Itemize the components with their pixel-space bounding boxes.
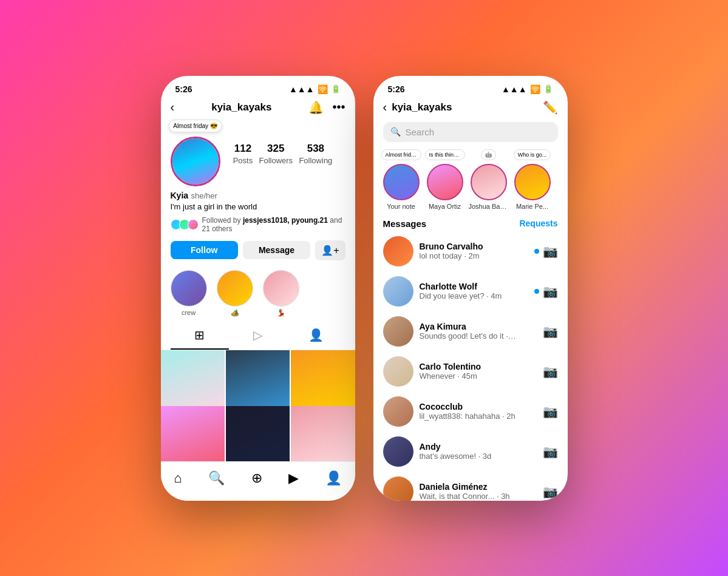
camera-icon-carlo[interactable]: 📷 [543, 364, 558, 379]
conversation-aya[interactable]: Aya Kimura Sounds good! Let's do it · 45… [373, 311, 568, 351]
post-1[interactable] [161, 350, 225, 414]
post-4[interactable] [161, 406, 225, 461]
camera-icon-daniela[interactable]: 📷 [543, 484, 558, 499]
search-input[interactable]: Search [406, 127, 551, 137]
maya-label: Maya Ortiz [429, 203, 461, 210]
conversation-charlotte[interactable]: Charlotte Wolf Did you leave yet? · 4m 📷 [373, 271, 568, 311]
msg-actions-bruno: 📷 [534, 244, 558, 259]
wifi-icon: 🛜 [318, 84, 328, 94]
marie-circle [514, 164, 551, 200]
msg-content-andy: Andy that's awesome! · 3d [420, 442, 537, 461]
post-6[interactable] [291, 406, 355, 461]
nav-profile[interactable]: 👤 [321, 468, 347, 489]
profile-header-icons: 🔔 ••• [308, 100, 345, 115]
highlight-camp[interactable]: 🏕️ [217, 270, 253, 317]
add-person-button[interactable]: 👤+ [315, 240, 345, 260]
highlight-circle-3 [263, 270, 299, 307]
requests-link[interactable]: Requests [519, 219, 557, 228]
msg-actions-andy: 📷 [543, 444, 558, 459]
tab-grid[interactable]: ⊞ [171, 322, 229, 350]
status-icons-messages: ▲▲▲ 🛜 🔋 [502, 84, 553, 94]
nav-plus[interactable]: ⊕ [247, 468, 267, 489]
avatar-wrapper: Almost friday 😎 [171, 137, 220, 186]
note-text: Almost friday 😎 [173, 123, 217, 129]
camera-icon-andy[interactable]: 📷 [543, 444, 558, 459]
followed-by: Followed by jessjess1018, pyoung.21 and … [161, 214, 355, 235]
msg-actions-cococclub: 📷 [543, 404, 558, 419]
camera-icon-aya[interactable]: 📷 [543, 324, 558, 339]
following-stat[interactable]: 538 Following [299, 143, 332, 166]
status-icons-profile: ▲▲▲ 🛜 🔋 [289, 84, 341, 94]
maya-circle [427, 164, 463, 200]
search-icon: 🔍 [390, 127, 401, 137]
posts-label: Posts [233, 156, 253, 165]
conversation-bruno[interactable]: Bruno Carvalho lol not today · 2m 📷 [373, 231, 568, 271]
post-2[interactable] [226, 350, 290, 414]
story-joshua-barba[interactable]: 🤖 Joshua Barba [468, 149, 509, 210]
avatar-cococclub [383, 396, 413, 427]
bio-pronouns: she/her [191, 191, 217, 200]
highlights-row: crew 🏕️ 💃🏽 [161, 265, 355, 322]
conversation-cococclub[interactable]: Cococclub lil_wyatt838: hahahaha · 2h 📷 [373, 391, 568, 432]
posts-stat[interactable]: 112 Posts [233, 143, 253, 166]
highlight-dance[interactable]: 💃🏽 [263, 270, 299, 317]
your-note-label: Your note [387, 203, 415, 210]
msg-actions-aya: 📷 [543, 324, 558, 339]
phones-container: 5:26 ▲▲▲ 🛜 🔋 ‹ kyia_kayaks 🔔 ••• Almost … [161, 76, 568, 501]
msg-preview-cococclub: lil_wyatt838: hahahaha · 2h [420, 412, 517, 421]
camera-icon-charlotte[interactable]: 📷 [543, 284, 558, 299]
compose-button[interactable]: ✏️ [543, 100, 558, 115]
conversation-carlo[interactable]: Carlo Tolentino Whenever · 45m 📷 [373, 351, 568, 391]
notifications-button[interactable]: 🔔 [308, 100, 324, 115]
joshua-note-bubble: 🤖 [481, 149, 496, 160]
bio-name: Kyia [171, 191, 189, 200]
avatar-stats-row: Almost friday 😎 112 Posts 325 Followers … [161, 120, 355, 186]
nav-home[interactable]: ⌂ [169, 468, 186, 489]
avatar-bruno [383, 236, 413, 266]
camera-icon-cococclub[interactable]: 📷 [543, 404, 558, 419]
following-count: 538 [299, 143, 332, 155]
avatar-carlo [383, 356, 413, 387]
story-your-note[interactable]: Almost friday 😎 Your note [381, 149, 422, 210]
highlight-crew[interactable]: crew [171, 270, 207, 317]
follow-button[interactable]: Follow [171, 241, 238, 259]
joshua-label: Joshua Barba [469, 203, 509, 210]
status-bar-profile: 5:26 ▲▲▲ 🛜 🔋 [161, 76, 355, 98]
followers-stat[interactable]: 325 Followers [259, 143, 293, 166]
nav-search[interactable]: 🔍 [203, 468, 230, 489]
story-maya-ortiz[interactable]: Is this thing on? Maya Ortiz [424, 149, 466, 210]
msg-name-andy: Andy [420, 442, 537, 452]
status-time-profile: 5:26 [175, 84, 192, 94]
nav-reels[interactable]: ▶ [284, 468, 304, 489]
msg-preview-carlo: Whenever · 45m [420, 371, 517, 381]
messages-phone: 5:26 ▲▲▲ 🛜 🔋 ‹ kyia_kayaks ✏️ 🔍 Search A… [373, 76, 568, 501]
tab-tagged[interactable]: 👤 [287, 322, 345, 350]
highlight-circle-2 [217, 270, 253, 307]
marie-note-bubble: Who is go... [514, 149, 551, 160]
camera-icon-bruno[interactable]: 📷 [543, 244, 558, 259]
followed-avatars [171, 219, 199, 230]
conversation-daniela[interactable]: Daniela Giménez Wait, is that Connor... … [373, 472, 568, 501]
message-button[interactable]: Message [243, 241, 310, 259]
msg-name-aya: Aya Kimura [420, 322, 537, 331]
followers-label: Followers [259, 156, 293, 165]
profile-avatar[interactable] [171, 137, 220, 186]
messages-section-header: Messages Requests [373, 215, 568, 231]
msg-preview-andy: that's awesome! · 3d [420, 452, 517, 461]
tab-reels[interactable]: ▷ [229, 322, 287, 350]
conversation-andy[interactable]: Andy that's awesome! · 3d 📷 [373, 432, 568, 472]
search-bar[interactable]: 🔍 Search [383, 122, 558, 142]
status-bar-messages: 5:26 ▲▲▲ 🛜 🔋 [373, 76, 568, 98]
post-3[interactable] [291, 350, 355, 414]
story-marie[interactable]: Who is go... Marie Pe... [512, 149, 553, 210]
msg-actions-charlotte: 📷 [534, 284, 558, 299]
followers-count: 325 [259, 143, 293, 155]
msg-actions-daniela: 📷 [543, 484, 558, 499]
msg-content-charlotte: Charlotte Wolf Did you leave yet? · 4m [420, 282, 528, 300]
msg-preview-aya: Sounds good! Let's do it · 45m [420, 331, 517, 341]
more-options-button[interactable]: ••• [332, 100, 345, 114]
highlight-circle-1 [171, 270, 207, 307]
back-button[interactable]: ‹ [171, 100, 175, 114]
back-button-messages[interactable]: ‹ [383, 100, 387, 114]
post-5[interactable] [226, 406, 290, 461]
